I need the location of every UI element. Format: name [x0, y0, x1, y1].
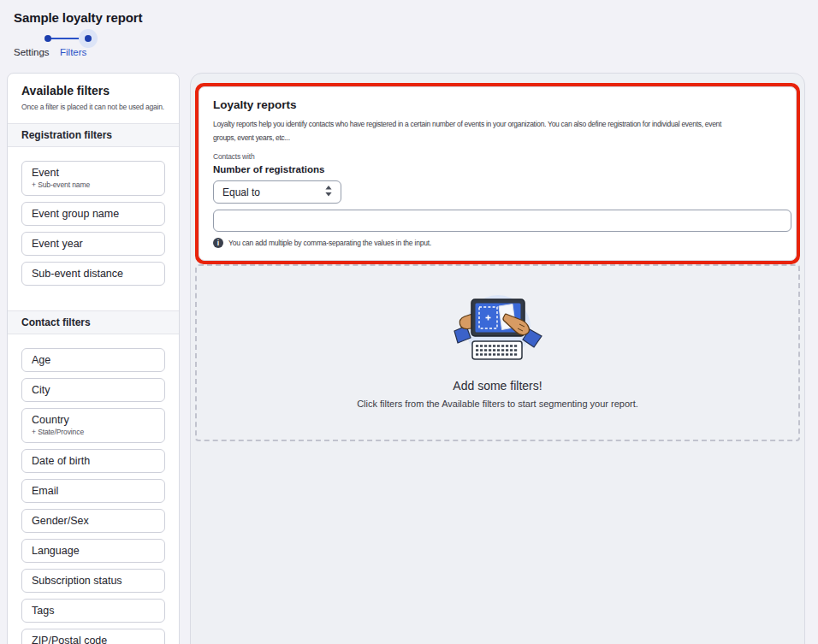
filter-item-sub-event-distance[interactable]: Sub-event distance — [21, 262, 165, 286]
highlighted-region: Loyalty reports Loyalty reports help you… — [195, 83, 800, 264]
filter-item-language[interactable]: Language — [21, 539, 165, 563]
wizard-stepper: Settings Filters — [14, 30, 185, 59]
contacts-with-label: Contacts with — [213, 152, 782, 161]
filter-item-country[interactable]: Country + State/Province — [21, 408, 165, 443]
filter-item-city[interactable]: City — [21, 378, 165, 402]
filter-item-label: Tags — [32, 604, 155, 617]
filter-item-label: Gender/Sex — [32, 514, 155, 528]
registration-filter-list: Event + Sub-event name Event group name … — [8, 147, 179, 310]
filter-item-label: Event group name — [32, 207, 155, 221]
tablet-drag-filter-illustration — [197, 292, 798, 372]
available-filters-sidebar: Available filters Once a filter is place… — [7, 73, 180, 644]
hint-row: You can add multiple by comma-separating… — [213, 238, 782, 248]
sidebar-header: Available filters Once a filter is place… — [8, 74, 179, 123]
info-icon — [213, 238, 223, 248]
filter-item-label: Sub-event distance — [32, 267, 155, 281]
sidebar-subtitle: Once a filter is placed it can not be us… — [21, 102, 169, 113]
filter-item-email[interactable]: Email — [21, 479, 165, 503]
empty-state-description: Click filters from the Available filters… — [197, 399, 798, 409]
page-title: Sample loyalty report — [14, 10, 185, 25]
filter-item-label: Subscription status — [32, 574, 155, 588]
filter-item-event[interactable]: Event + Sub-event name — [21, 161, 165, 196]
report-header: Sample loyalty report Settings Filters — [14, 10, 185, 59]
filters-drop-zone[interactable]: Add some filters! Click filters from the… — [195, 264, 800, 441]
filter-item-sublabel: + State/Province — [32, 427, 155, 438]
section-header-contact-filters: Contact filters — [8, 310, 179, 334]
filter-item-subscription-status[interactable]: Subscription status — [21, 569, 165, 593]
filter-item-event-group-name[interactable]: Event group name — [21, 202, 165, 226]
empty-state-title: Add some filters! — [197, 379, 798, 393]
filter-item-label: Age — [32, 353, 155, 367]
filter-item-zip-postal-code[interactable]: ZIP/Postal code — [21, 629, 165, 644]
filter-item-label: Language — [32, 544, 155, 558]
loyalty-reports-card: Loyalty reports Loyalty reports help you… — [199, 86, 797, 261]
contact-filter-list: Age City Country + State/Province Date o… — [8, 334, 179, 644]
loyalty-card-description-line: groups, event years, etc... — [213, 131, 782, 145]
loyalty-card-description-line: Loyalty reports help you identify contac… — [213, 117, 782, 131]
filter-item-date-of-birth[interactable]: Date of birth — [21, 449, 165, 473]
hint-text: You can add multiple by comma-separating… — [228, 239, 431, 247]
operator-select[interactable]: Equal to — [213, 180, 341, 204]
filter-item-event-year[interactable]: Event year — [21, 232, 165, 256]
select-updown-arrows-icon — [325, 185, 332, 200]
filter-item-label: Event — [32, 166, 155, 180]
filter-item-gender-sex[interactable]: Gender/Sex — [21, 509, 165, 533]
filter-item-label: Date of birth — [32, 454, 155, 468]
registrations-value-input[interactable] — [213, 210, 791, 232]
operator-select-value: Equal to — [222, 186, 260, 198]
report-builder-panel: Loyalty reports Loyalty reports help you… — [190, 73, 805, 644]
filter-item-sublabel: + Sub-event name — [32, 180, 155, 191]
loyalty-card-description: Loyalty reports help you identify contac… — [213, 117, 782, 145]
filter-item-label: City — [32, 383, 155, 397]
filter-item-label: ZIP/Postal code — [32, 634, 155, 644]
filter-item-label: Event year — [32, 237, 155, 251]
filter-item-tags[interactable]: Tags — [21, 599, 165, 623]
loyalty-card-title: Loyalty reports — [213, 98, 782, 111]
tab-filters[interactable]: Filters — [60, 47, 86, 57]
filter-item-label: Country — [32, 413, 155, 427]
filter-item-label: Email — [32, 484, 155, 498]
step-dot-settings[interactable] — [44, 35, 51, 42]
section-header-registration-filters: Registration filters — [8, 123, 179, 147]
tab-settings[interactable]: Settings — [14, 47, 50, 57]
filter-item-age[interactable]: Age — [21, 348, 165, 372]
step-dot-filters[interactable] — [85, 35, 92, 42]
sidebar-title: Available filters — [21, 84, 165, 97]
number-of-registrations-label: Number of registrations — [213, 164, 782, 174]
